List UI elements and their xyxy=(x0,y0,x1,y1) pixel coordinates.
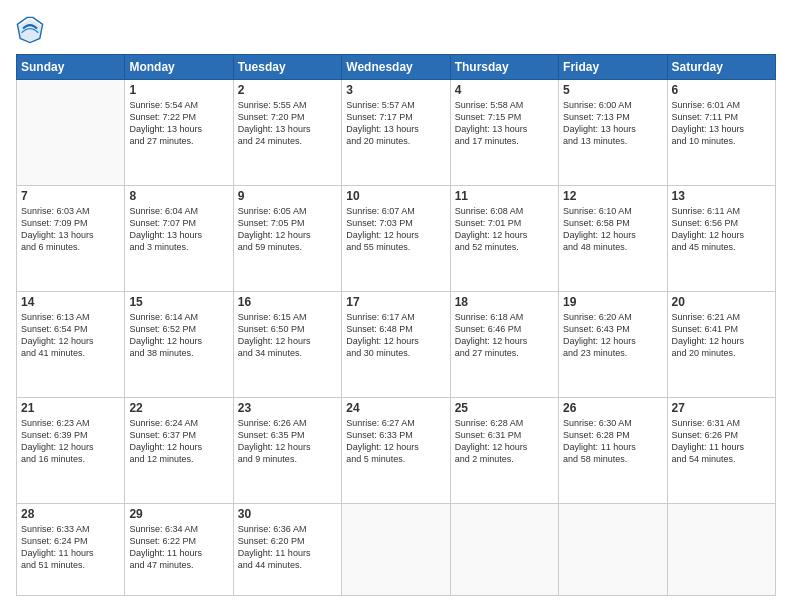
weekday-thursday: Thursday xyxy=(450,55,558,80)
cell-info: Sunrise: 6:28 AM Sunset: 6:31 PM Dayligh… xyxy=(455,417,554,466)
week-row-1: 1Sunrise: 5:54 AM Sunset: 7:22 PM Daylig… xyxy=(17,80,776,186)
calendar-cell: 7Sunrise: 6:03 AM Sunset: 7:09 PM Daylig… xyxy=(17,185,125,291)
calendar-cell: 2Sunrise: 5:55 AM Sunset: 7:20 PM Daylig… xyxy=(233,80,341,186)
day-number: 30 xyxy=(238,507,337,521)
cell-info: Sunrise: 6:36 AM Sunset: 6:20 PM Dayligh… xyxy=(238,523,337,572)
cell-info: Sunrise: 6:27 AM Sunset: 6:33 PM Dayligh… xyxy=(346,417,445,466)
day-number: 18 xyxy=(455,295,554,309)
logo-icon xyxy=(16,16,44,44)
day-number: 6 xyxy=(672,83,771,97)
weekday-sunday: Sunday xyxy=(17,55,125,80)
cell-info: Sunrise: 6:33 AM Sunset: 6:24 PM Dayligh… xyxy=(21,523,120,572)
calendar-cell: 4Sunrise: 5:58 AM Sunset: 7:15 PM Daylig… xyxy=(450,80,558,186)
day-number: 5 xyxy=(563,83,662,97)
calendar-cell: 13Sunrise: 6:11 AM Sunset: 6:56 PM Dayli… xyxy=(667,185,775,291)
cell-info: Sunrise: 6:30 AM Sunset: 6:28 PM Dayligh… xyxy=(563,417,662,466)
week-row-3: 14Sunrise: 6:13 AM Sunset: 6:54 PM Dayli… xyxy=(17,291,776,397)
week-row-2: 7Sunrise: 6:03 AM Sunset: 7:09 PM Daylig… xyxy=(17,185,776,291)
day-number: 23 xyxy=(238,401,337,415)
day-number: 11 xyxy=(455,189,554,203)
calendar-cell: 18Sunrise: 6:18 AM Sunset: 6:46 PM Dayli… xyxy=(450,291,558,397)
calendar-cell: 25Sunrise: 6:28 AM Sunset: 6:31 PM Dayli… xyxy=(450,397,558,503)
calendar-cell: 21Sunrise: 6:23 AM Sunset: 6:39 PM Dayli… xyxy=(17,397,125,503)
day-number: 27 xyxy=(672,401,771,415)
weekday-tuesday: Tuesday xyxy=(233,55,341,80)
day-number: 24 xyxy=(346,401,445,415)
day-number: 26 xyxy=(563,401,662,415)
cell-info: Sunrise: 6:21 AM Sunset: 6:41 PM Dayligh… xyxy=(672,311,771,360)
day-number: 14 xyxy=(21,295,120,309)
calendar-cell: 1Sunrise: 5:54 AM Sunset: 7:22 PM Daylig… xyxy=(125,80,233,186)
cell-info: Sunrise: 6:10 AM Sunset: 6:58 PM Dayligh… xyxy=(563,205,662,254)
day-number: 15 xyxy=(129,295,228,309)
cell-info: Sunrise: 6:07 AM Sunset: 7:03 PM Dayligh… xyxy=(346,205,445,254)
calendar-table: SundayMondayTuesdayWednesdayThursdayFrid… xyxy=(16,54,776,596)
day-number: 1 xyxy=(129,83,228,97)
logo xyxy=(16,16,48,44)
cell-info: Sunrise: 6:05 AM Sunset: 7:05 PM Dayligh… xyxy=(238,205,337,254)
cell-info: Sunrise: 6:24 AM Sunset: 6:37 PM Dayligh… xyxy=(129,417,228,466)
calendar-cell: 11Sunrise: 6:08 AM Sunset: 7:01 PM Dayli… xyxy=(450,185,558,291)
calendar-cell: 8Sunrise: 6:04 AM Sunset: 7:07 PM Daylig… xyxy=(125,185,233,291)
day-number: 28 xyxy=(21,507,120,521)
cell-info: Sunrise: 6:01 AM Sunset: 7:11 PM Dayligh… xyxy=(672,99,771,148)
day-number: 8 xyxy=(129,189,228,203)
weekday-monday: Monday xyxy=(125,55,233,80)
cell-info: Sunrise: 6:04 AM Sunset: 7:07 PM Dayligh… xyxy=(129,205,228,254)
cell-info: Sunrise: 5:54 AM Sunset: 7:22 PM Dayligh… xyxy=(129,99,228,148)
cell-info: Sunrise: 6:11 AM Sunset: 6:56 PM Dayligh… xyxy=(672,205,771,254)
cell-info: Sunrise: 6:23 AM Sunset: 6:39 PM Dayligh… xyxy=(21,417,120,466)
cell-info: Sunrise: 6:13 AM Sunset: 6:54 PM Dayligh… xyxy=(21,311,120,360)
week-row-5: 28Sunrise: 6:33 AM Sunset: 6:24 PM Dayli… xyxy=(17,503,776,595)
cell-info: Sunrise: 5:55 AM Sunset: 7:20 PM Dayligh… xyxy=(238,99,337,148)
day-number: 13 xyxy=(672,189,771,203)
calendar-cell: 28Sunrise: 6:33 AM Sunset: 6:24 PM Dayli… xyxy=(17,503,125,595)
cell-info: Sunrise: 5:58 AM Sunset: 7:15 PM Dayligh… xyxy=(455,99,554,148)
day-number: 2 xyxy=(238,83,337,97)
day-number: 3 xyxy=(346,83,445,97)
calendar-cell: 20Sunrise: 6:21 AM Sunset: 6:41 PM Dayli… xyxy=(667,291,775,397)
week-row-4: 21Sunrise: 6:23 AM Sunset: 6:39 PM Dayli… xyxy=(17,397,776,503)
cell-info: Sunrise: 6:08 AM Sunset: 7:01 PM Dayligh… xyxy=(455,205,554,254)
cell-info: Sunrise: 5:57 AM Sunset: 7:17 PM Dayligh… xyxy=(346,99,445,148)
day-number: 25 xyxy=(455,401,554,415)
calendar-cell: 5Sunrise: 6:00 AM Sunset: 7:13 PM Daylig… xyxy=(559,80,667,186)
cell-info: Sunrise: 6:03 AM Sunset: 7:09 PM Dayligh… xyxy=(21,205,120,254)
weekday-friday: Friday xyxy=(559,55,667,80)
calendar-cell: 24Sunrise: 6:27 AM Sunset: 6:33 PM Dayli… xyxy=(342,397,450,503)
calendar-cell: 9Sunrise: 6:05 AM Sunset: 7:05 PM Daylig… xyxy=(233,185,341,291)
day-number: 12 xyxy=(563,189,662,203)
calendar-cell: 6Sunrise: 6:01 AM Sunset: 7:11 PM Daylig… xyxy=(667,80,775,186)
day-number: 22 xyxy=(129,401,228,415)
calendar-cell: 22Sunrise: 6:24 AM Sunset: 6:37 PM Dayli… xyxy=(125,397,233,503)
calendar-cell: 27Sunrise: 6:31 AM Sunset: 6:26 PM Dayli… xyxy=(667,397,775,503)
calendar-cell: 14Sunrise: 6:13 AM Sunset: 6:54 PM Dayli… xyxy=(17,291,125,397)
day-number: 20 xyxy=(672,295,771,309)
cell-info: Sunrise: 6:00 AM Sunset: 7:13 PM Dayligh… xyxy=(563,99,662,148)
calendar-cell xyxy=(559,503,667,595)
cell-info: Sunrise: 6:34 AM Sunset: 6:22 PM Dayligh… xyxy=(129,523,228,572)
calendar-cell xyxy=(667,503,775,595)
calendar-cell: 12Sunrise: 6:10 AM Sunset: 6:58 PM Dayli… xyxy=(559,185,667,291)
calendar-cell: 29Sunrise: 6:34 AM Sunset: 6:22 PM Dayli… xyxy=(125,503,233,595)
calendar-cell: 26Sunrise: 6:30 AM Sunset: 6:28 PM Dayli… xyxy=(559,397,667,503)
calendar-cell: 16Sunrise: 6:15 AM Sunset: 6:50 PM Dayli… xyxy=(233,291,341,397)
cell-info: Sunrise: 6:31 AM Sunset: 6:26 PM Dayligh… xyxy=(672,417,771,466)
calendar-cell: 23Sunrise: 6:26 AM Sunset: 6:35 PM Dayli… xyxy=(233,397,341,503)
cell-info: Sunrise: 6:14 AM Sunset: 6:52 PM Dayligh… xyxy=(129,311,228,360)
day-number: 10 xyxy=(346,189,445,203)
svg-marker-0 xyxy=(19,19,41,41)
day-number: 17 xyxy=(346,295,445,309)
cell-info: Sunrise: 6:17 AM Sunset: 6:48 PM Dayligh… xyxy=(346,311,445,360)
cell-info: Sunrise: 6:15 AM Sunset: 6:50 PM Dayligh… xyxy=(238,311,337,360)
cell-info: Sunrise: 6:20 AM Sunset: 6:43 PM Dayligh… xyxy=(563,311,662,360)
calendar-cell xyxy=(17,80,125,186)
calendar-cell xyxy=(342,503,450,595)
day-number: 21 xyxy=(21,401,120,415)
weekday-header-row: SundayMondayTuesdayWednesdayThursdayFrid… xyxy=(17,55,776,80)
cell-info: Sunrise: 6:18 AM Sunset: 6:46 PM Dayligh… xyxy=(455,311,554,360)
calendar-cell: 17Sunrise: 6:17 AM Sunset: 6:48 PM Dayli… xyxy=(342,291,450,397)
weekday-saturday: Saturday xyxy=(667,55,775,80)
day-number: 16 xyxy=(238,295,337,309)
calendar-cell: 19Sunrise: 6:20 AM Sunset: 6:43 PM Dayli… xyxy=(559,291,667,397)
